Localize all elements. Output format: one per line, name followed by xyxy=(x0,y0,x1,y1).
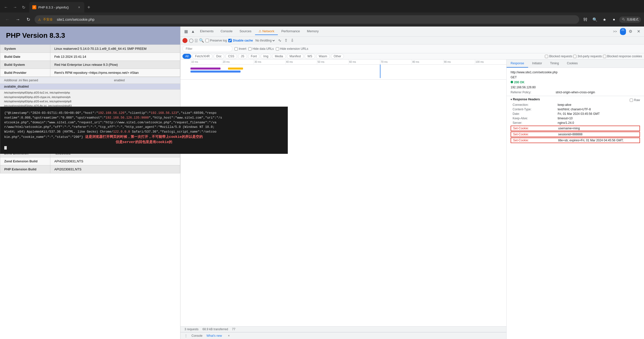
search-network-button[interactable]: 🔍 xyxy=(199,38,204,43)
device-button[interactable]: ▲ xyxy=(189,28,196,35)
tab-performance[interactable]: Performance xyxy=(278,28,303,35)
blocked-requests-checkbox[interactable] xyxy=(545,55,548,58)
type-btn-fetch[interactable]: Fetch/XHR xyxy=(192,54,212,59)
back-nav-button[interactable]: ← xyxy=(3,15,12,24)
type-btn-font[interactable]: Font xyxy=(248,54,260,59)
tab-favicon: P xyxy=(32,5,36,9)
response-address: 192.168.56.126:80 xyxy=(507,85,644,90)
url-display: site1.com/setcookie.php xyxy=(57,18,576,22)
forward-nav-button[interactable]: → xyxy=(14,15,22,24)
raw-label: Raw xyxy=(630,98,640,102)
active-tab[interactable]: P PHP 8.3.3 - phpinfo() × xyxy=(29,2,84,13)
devtools-right-icons: 21 ⚙ ✕ xyxy=(620,28,642,35)
terminal-overlay: {"@timestamp":"2024-03-01T11:45:56+08:00… xyxy=(0,107,288,154)
header-set-cookie-1: Set-Cookie: username=ming xyxy=(511,126,640,131)
new-tab-button[interactable]: + xyxy=(85,4,92,11)
hide-data-urls-checkbox[interactable] xyxy=(248,47,252,51)
type-btn-manifest[interactable]: Manifest xyxy=(287,54,304,59)
type-btn-doc[interactable]: Doc xyxy=(213,54,224,59)
clear-button[interactable]: ◯ xyxy=(189,38,193,43)
type-btn-js[interactable]: JS xyxy=(238,54,247,59)
profile-button[interactable]: ● xyxy=(610,15,618,24)
type-btn-img[interactable]: Img xyxy=(261,54,271,59)
record-button[interactable] xyxy=(182,38,187,43)
type-btn-media[interactable]: Media xyxy=(272,54,286,59)
devtools-toolbar: ▦ ▲ Elements Console Sources Network Per… xyxy=(180,27,644,37)
security-icon: ⚠ xyxy=(38,18,41,22)
system-label: System xyxy=(0,45,50,53)
whats-new-tab[interactable]: What's new xyxy=(206,334,222,337)
forward-button[interactable]: → xyxy=(11,4,19,11)
right-panel: Response Initiator Timing Cookies http:/… xyxy=(506,60,644,339)
search-button[interactable]: 🔍 xyxy=(591,15,599,24)
third-party-checkbox[interactable] xyxy=(573,55,576,58)
reload-nav-button[interactable]: ↻ xyxy=(24,15,33,24)
translate-button[interactable]: 转 xyxy=(581,15,590,24)
type-btn-ws[interactable]: WS xyxy=(305,54,315,59)
incognito-label: 无痕模式 xyxy=(626,18,638,22)
upload-icon[interactable]: ⇧ xyxy=(284,38,288,43)
type-btn-wasm[interactable]: Wasm xyxy=(316,54,330,59)
php-info-table: System Linux realserver2 5.14.0-70.13.1.… xyxy=(0,45,180,77)
tab-elements[interactable]: Elements xyxy=(196,28,217,35)
terminal-line-1: {"@timestamp":"2024-03-01T11:45:56+08:00… xyxy=(4,111,284,116)
table-row: Zend Extension Build API420230831,NTS xyxy=(0,157,180,165)
reload-button[interactable]: ↻ xyxy=(20,4,27,11)
build-system-value: Red Hat Enterprise Linux release 9.3 (Pl… xyxy=(50,61,180,69)
incognito-button[interactable]: 🔌 无痕模式 xyxy=(619,17,641,23)
back-button[interactable]: ← xyxy=(2,4,10,11)
browser-actions: 转 🔍 ★ ● 🔌 无痕模式 xyxy=(581,15,641,24)
address-bar[interactable]: ⚠ 不安全 site1.com/setcookie.php xyxy=(35,15,579,24)
raw-checkbox[interactable] xyxy=(630,99,633,102)
tab-memory[interactable]: Memory xyxy=(303,28,322,35)
bookmark-button[interactable]: ★ xyxy=(600,15,609,24)
response-status: 200 OK xyxy=(507,80,644,85)
rp-tab-response[interactable]: Response xyxy=(507,60,528,68)
filter-button[interactable]: ⍗ xyxy=(195,38,197,43)
response-headers-header[interactable]: Response Headers xyxy=(507,96,544,103)
filter-row: Invert Hide data URLs Hide extension URL… xyxy=(180,45,644,53)
tab-close-button[interactable]: × xyxy=(77,5,81,10)
timeline-marker xyxy=(380,65,380,78)
blocked-response-cookies-label: Blocked response cookies xyxy=(603,55,642,58)
type-btn-css[interactable]: CSS xyxy=(225,54,237,59)
blocked-response-cookies-checkbox[interactable] xyxy=(603,55,606,58)
download-icon[interactable]: ⇩ xyxy=(290,38,294,43)
rp-tab-timing[interactable]: Timing xyxy=(546,60,563,68)
type-btn-other[interactable]: Other xyxy=(331,54,344,59)
tab-sources[interactable]: Sources xyxy=(236,28,255,35)
ruler-tick-40ms: 40 ms xyxy=(285,60,317,64)
response-method: GET xyxy=(507,75,644,80)
console-close-button[interactable]: × xyxy=(228,334,230,337)
disable-cache-checkbox[interactable] xyxy=(228,39,232,42)
disable-cache-label: Disable cache xyxy=(228,39,253,42)
more-tabs-button[interactable]: >> xyxy=(611,29,619,34)
preserve-log-checkbox[interactable] xyxy=(205,39,209,42)
wifi-icon[interactable]: ∿ xyxy=(278,38,282,43)
hide-ext-urls-checkbox[interactable] xyxy=(276,47,279,51)
header-content-type: Content-Type: text/html; charset=UTF-8 xyxy=(507,107,644,112)
console-tab[interactable]: Console xyxy=(191,334,202,337)
filter-input[interactable] xyxy=(182,46,233,52)
close-devtools-button[interactable]: ✕ xyxy=(635,28,642,35)
status-bar: 3 requests 68.9 kB transferred 77 xyxy=(180,326,506,332)
timeline-dom-bar xyxy=(190,68,221,70)
rp-tab-initiator[interactable]: Initiator xyxy=(528,60,546,68)
zend-ext-build-value: API420230831,NTS xyxy=(50,157,180,165)
header-server: Server: nginx/1.24.0 xyxy=(507,121,644,125)
terminal-line-3: etcookie.php","domain":"www.site1.com","… xyxy=(4,120,284,125)
table-row: Build System Red Hat Enterprise Linux re… xyxy=(0,61,180,69)
address-bar-row: ← → ↻ ⚠ 不安全 site1.com/setcookie.php 转 🔍 … xyxy=(0,13,644,27)
devtools-panel: ▦ ▲ Elements Console Sources Network Per… xyxy=(180,27,644,339)
tab-network[interactable]: Network xyxy=(255,28,278,35)
settings-button[interactable]: ⚙ xyxy=(627,28,634,35)
tab-history: ← → ↻ xyxy=(2,4,27,11)
inspector-button[interactable]: ▦ xyxy=(182,28,189,35)
rp-tab-cookies[interactable]: Cookies xyxy=(563,60,582,68)
php-version-title: PHP Version 8.3.3 xyxy=(6,32,174,40)
invert-checkbox[interactable] xyxy=(235,47,238,51)
type-btn-all[interactable]: All xyxy=(182,54,191,59)
hide-data-urls-label: Hide data URLs xyxy=(248,47,274,51)
throttle-select[interactable]: No throttling xyxy=(254,39,276,43)
tab-console[interactable]: Console xyxy=(217,28,236,35)
